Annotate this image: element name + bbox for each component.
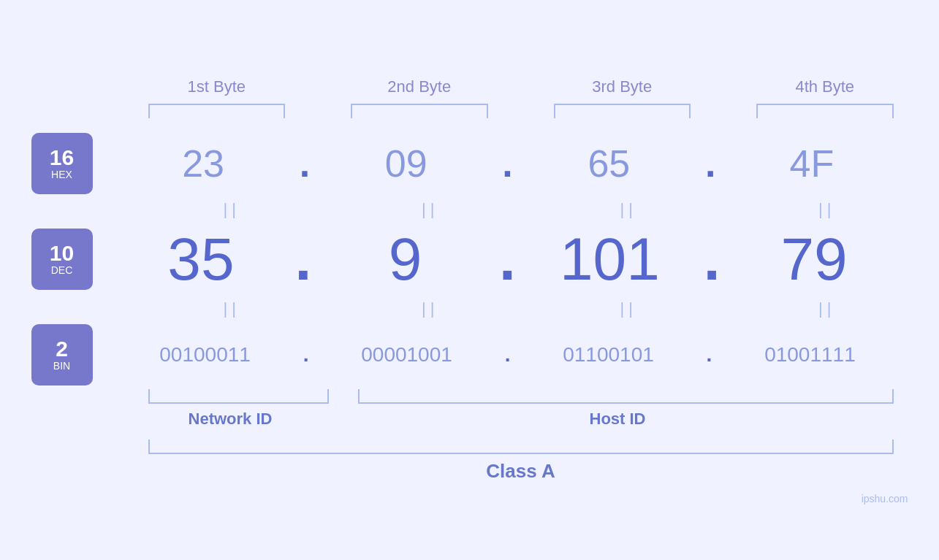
dec-dot-2: . — [499, 229, 516, 289]
hex-base-label: HEX — [51, 169, 72, 180]
dec-byte-3: 101 — [560, 226, 660, 292]
hex-row: 16 HEX 23 . 09 . 65 . 4F — [31, 133, 908, 194]
hex-dot-2: . — [502, 145, 512, 183]
bin-base-label: BIN — [53, 360, 70, 372]
bin-byte-4: 01001111 — [764, 343, 856, 366]
dec-row: 10 DEC 35 . 9 . 101 . 79 — [31, 225, 908, 294]
bin-dot-3: . — [707, 345, 712, 365]
hex-byte-3: 65 — [588, 142, 630, 185]
dec-byte-1: 35 — [167, 226, 234, 292]
watermark: ipshu.com — [862, 493, 908, 505]
equals-4: || — [746, 200, 908, 219]
equals-8: || — [746, 299, 908, 318]
dec-dot-3: . — [704, 229, 721, 289]
bracket-byte-2 — [351, 104, 488, 118]
class-label: Class A — [134, 460, 908, 483]
bin-base-number: 2 — [56, 338, 68, 360]
bracket-byte-1 — [148, 104, 286, 118]
bin-dot-2: . — [505, 345, 511, 365]
byte-header-3: 3rd Byte — [539, 77, 706, 96]
network-id-label: Network ID — [134, 410, 327, 429]
hex-dot-3: . — [705, 145, 715, 183]
bracket-network — [148, 389, 329, 404]
byte-header-2: 2nd Byte — [336, 77, 503, 96]
dec-byte-2: 9 — [389, 226, 422, 292]
equals-row-2: || || || || — [31, 299, 908, 318]
bin-badge: 2 BIN — [31, 324, 93, 386]
bracket-byte-3 — [554, 104, 691, 118]
hex-byte-4: 4F — [790, 142, 835, 185]
equals-3: || — [548, 200, 710, 219]
bracket-class — [148, 440, 894, 454]
dec-base-label: DEC — [51, 264, 73, 276]
bin-byte-1: 00100011 — [159, 343, 251, 366]
hex-byte-2: 09 — [385, 142, 427, 185]
dec-base-number: 10 — [50, 242, 74, 264]
dec-byte-4: 79 — [780, 226, 847, 292]
equals-7: || — [548, 299, 710, 318]
byte-header-4: 4th Byte — [742, 77, 908, 96]
equals-6: || — [349, 299, 512, 318]
equals-row-1: || || || || — [31, 200, 908, 219]
hex-byte-1: 23 — [182, 142, 224, 185]
equals-5: || — [151, 299, 313, 318]
hex-dot-1: . — [300, 145, 310, 183]
bin-dot-1: . — [303, 345, 309, 365]
bin-row: 2 BIN 00100011 . 00001001 . 01100101 . 0… — [31, 324, 908, 386]
class-section: Class A — [31, 440, 908, 483]
bin-byte-3: 01100101 — [563, 343, 654, 366]
bracket-host — [358, 389, 894, 404]
bin-byte-2: 00001001 — [361, 343, 452, 366]
hex-badge: 16 HEX — [31, 133, 93, 194]
dec-badge: 10 DEC — [31, 229, 93, 290]
hex-base-number: 16 — [50, 147, 74, 169]
host-id-label: Host ID — [327, 410, 908, 429]
byte-header-1: 1st Byte — [134, 77, 300, 96]
bracket-byte-4 — [756, 104, 894, 118]
dec-dot-1: . — [294, 229, 311, 289]
equals-1: || — [151, 200, 313, 219]
equals-2: || — [349, 200, 512, 219]
